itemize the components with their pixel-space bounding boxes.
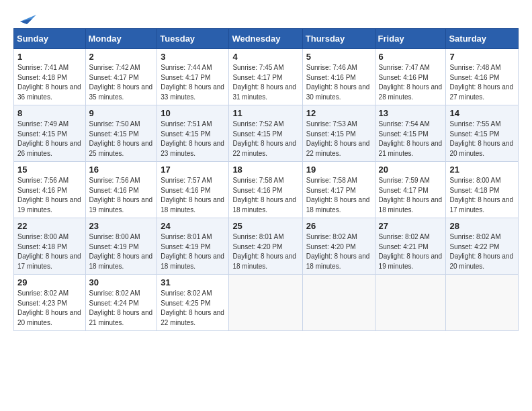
- calendar-cell: 10Sunrise: 7:51 AMSunset: 4:15 PMDayligh…: [157, 105, 229, 162]
- header: [13, 12, 519, 23]
- day-number: 30: [89, 277, 154, 287]
- calendar-cell: 14Sunrise: 7:55 AMSunset: 4:15 PMDayligh…: [446, 105, 519, 162]
- calendar-cell: [302, 275, 375, 331]
- day-info: Sunrise: 8:00 AMSunset: 4:18 PMDaylight:…: [17, 232, 82, 271]
- day-info: Sunrise: 7:56 AMSunset: 4:16 PMDaylight:…: [89, 176, 154, 215]
- day-number: 5: [306, 52, 371, 62]
- day-number: 15: [17, 165, 82, 175]
- day-number: 1: [17, 52, 82, 62]
- calendar-cell: 30Sunrise: 8:02 AMSunset: 4:24 PMDayligh…: [85, 275, 157, 331]
- weekday-header-tuesday: Tuesday: [157, 29, 229, 49]
- day-info: Sunrise: 7:41 AMSunset: 4:18 PMDaylight:…: [17, 63, 82, 102]
- day-number: 12: [306, 108, 371, 118]
- calendar-cell: 31Sunrise: 8:02 AMSunset: 4:25 PMDayligh…: [157, 275, 229, 331]
- day-number: 2: [89, 52, 154, 62]
- day-number: 8: [17, 108, 82, 118]
- day-info: Sunrise: 7:58 AMSunset: 4:17 PMDaylight:…: [306, 176, 371, 215]
- day-info: Sunrise: 7:49 AMSunset: 4:15 PMDaylight:…: [17, 120, 82, 158]
- weekday-header-thursday: Thursday: [302, 29, 375, 49]
- calendar-cell: 19Sunrise: 7:58 AMSunset: 4:17 PMDayligh…: [302, 162, 375, 218]
- logo-bird-icon: [13, 12, 36, 27]
- calendar-cell: 25Sunrise: 8:01 AMSunset: 4:20 PMDayligh…: [229, 218, 302, 275]
- calendar-cell: 28Sunrise: 8:02 AMSunset: 4:22 PMDayligh…: [446, 218, 519, 275]
- day-info: Sunrise: 8:01 AMSunset: 4:19 PMDaylight:…: [161, 232, 225, 271]
- day-number: 22: [17, 221, 82, 231]
- day-info: Sunrise: 8:02 AMSunset: 4:24 PMDaylight:…: [89, 289, 154, 328]
- day-info: Sunrise: 7:59 AMSunset: 4:17 PMDaylight:…: [379, 176, 443, 215]
- day-info: Sunrise: 7:45 AMSunset: 4:17 PMDaylight:…: [232, 63, 298, 102]
- day-info: Sunrise: 7:42 AMSunset: 4:17 PMDaylight:…: [89, 63, 154, 102]
- calendar-week-row: 15Sunrise: 7:56 AMSunset: 4:16 PMDayligh…: [14, 162, 519, 218]
- calendar-cell: 27Sunrise: 8:02 AMSunset: 4:21 PMDayligh…: [375, 218, 446, 275]
- calendar-cell: 13Sunrise: 7:54 AMSunset: 4:15 PMDayligh…: [375, 105, 446, 162]
- calendar-cell: 1Sunrise: 7:41 AMSunset: 4:18 PMDaylight…: [14, 49, 86, 105]
- calendar-cell: 7Sunrise: 7:48 AMSunset: 4:16 PMDaylight…: [446, 49, 519, 105]
- calendar-cell: 24Sunrise: 8:01 AMSunset: 4:19 PMDayligh…: [157, 218, 229, 275]
- calendar-cell: 26Sunrise: 8:02 AMSunset: 4:20 PMDayligh…: [302, 218, 375, 275]
- weekday-header-saturday: Saturday: [446, 29, 519, 49]
- day-info: Sunrise: 7:55 AMSunset: 4:15 PMDaylight:…: [449, 120, 515, 158]
- calendar-cell: [375, 275, 446, 331]
- calendar-cell: 21Sunrise: 8:00 AMSunset: 4:18 PMDayligh…: [446, 162, 519, 218]
- day-number: 29: [17, 277, 82, 287]
- day-number: 16: [89, 165, 154, 175]
- weekday-header-monday: Monday: [85, 29, 157, 49]
- weekday-header-wednesday: Wednesday: [229, 29, 302, 49]
- day-number: 18: [232, 165, 298, 175]
- calendar-cell: 6Sunrise: 7:47 AMSunset: 4:16 PMDaylight…: [375, 49, 446, 105]
- day-info: Sunrise: 7:51 AMSunset: 4:15 PMDaylight:…: [161, 120, 225, 158]
- calendar-week-row: 29Sunrise: 8:02 AMSunset: 4:23 PMDayligh…: [14, 275, 519, 331]
- calendar-cell: 29Sunrise: 8:02 AMSunset: 4:23 PMDayligh…: [14, 275, 86, 331]
- calendar-week-row: 1Sunrise: 7:41 AMSunset: 4:18 PMDaylight…: [14, 49, 519, 105]
- day-info: Sunrise: 7:50 AMSunset: 4:15 PMDaylight:…: [89, 120, 154, 158]
- calendar-cell: 15Sunrise: 7:56 AMSunset: 4:16 PMDayligh…: [14, 162, 86, 218]
- day-number: 3: [161, 52, 225, 62]
- day-info: Sunrise: 7:58 AMSunset: 4:16 PMDaylight:…: [232, 176, 298, 215]
- calendar-cell: 5Sunrise: 7:46 AMSunset: 4:16 PMDaylight…: [302, 49, 375, 105]
- calendar-cell: 2Sunrise: 7:42 AMSunset: 4:17 PMDaylight…: [85, 49, 157, 105]
- day-number: 4: [232, 52, 298, 62]
- day-number: 26: [306, 221, 371, 231]
- logo: [13, 12, 36, 23]
- calendar-cell: 9Sunrise: 7:50 AMSunset: 4:15 PMDaylight…: [85, 105, 157, 162]
- day-number: 9: [89, 108, 154, 118]
- day-info: Sunrise: 8:02 AMSunset: 4:22 PMDaylight:…: [449, 232, 515, 271]
- calendar-cell: 16Sunrise: 7:56 AMSunset: 4:16 PMDayligh…: [85, 162, 157, 218]
- page: SundayMondayTuesdayWednesdayThursdayFrid…: [0, 0, 532, 411]
- day-number: 27: [379, 221, 443, 231]
- day-number: 23: [89, 221, 154, 231]
- day-info: Sunrise: 7:53 AMSunset: 4:15 PMDaylight:…: [306, 120, 371, 158]
- day-info: Sunrise: 7:52 AMSunset: 4:15 PMDaylight:…: [232, 120, 298, 158]
- weekday-header-sunday: Sunday: [14, 29, 86, 49]
- calendar-cell: 22Sunrise: 8:00 AMSunset: 4:18 PMDayligh…: [14, 218, 86, 275]
- day-info: Sunrise: 7:57 AMSunset: 4:16 PMDaylight:…: [161, 176, 225, 215]
- calendar-cell: 18Sunrise: 7:58 AMSunset: 4:16 PMDayligh…: [229, 162, 302, 218]
- calendar-cell: 11Sunrise: 7:52 AMSunset: 4:15 PMDayligh…: [229, 105, 302, 162]
- day-number: 13: [379, 108, 443, 118]
- calendar-cell: 23Sunrise: 8:00 AMSunset: 4:19 PMDayligh…: [85, 218, 157, 275]
- day-info: Sunrise: 7:48 AMSunset: 4:16 PMDaylight:…: [449, 63, 515, 102]
- calendar-week-row: 22Sunrise: 8:00 AMSunset: 4:18 PMDayligh…: [14, 218, 519, 275]
- day-info: Sunrise: 7:56 AMSunset: 4:16 PMDaylight:…: [17, 176, 82, 215]
- day-info: Sunrise: 8:01 AMSunset: 4:20 PMDaylight:…: [232, 232, 298, 271]
- day-info: Sunrise: 7:46 AMSunset: 4:16 PMDaylight:…: [306, 63, 371, 102]
- day-info: Sunrise: 8:02 AMSunset: 4:20 PMDaylight:…: [306, 232, 371, 271]
- day-number: 14: [449, 108, 515, 118]
- day-info: Sunrise: 8:02 AMSunset: 4:23 PMDaylight:…: [17, 289, 82, 328]
- day-number: 20: [379, 165, 443, 175]
- day-info: Sunrise: 8:02 AMSunset: 4:21 PMDaylight:…: [379, 232, 443, 271]
- calendar-header-row: SundayMondayTuesdayWednesdayThursdayFrid…: [14, 29, 519, 49]
- day-number: 10: [161, 108, 225, 118]
- day-number: 7: [449, 52, 515, 62]
- logo-area: [13, 12, 36, 23]
- day-info: Sunrise: 7:47 AMSunset: 4:16 PMDaylight:…: [379, 63, 443, 102]
- day-info: Sunrise: 7:54 AMSunset: 4:15 PMDaylight:…: [379, 120, 443, 158]
- day-number: 31: [161, 277, 225, 287]
- day-number: 17: [161, 165, 225, 175]
- calendar-cell: 12Sunrise: 7:53 AMSunset: 4:15 PMDayligh…: [302, 105, 375, 162]
- day-number: 24: [161, 221, 225, 231]
- calendar-cell: 3Sunrise: 7:44 AMSunset: 4:17 PMDaylight…: [157, 49, 229, 105]
- day-number: 25: [232, 221, 298, 231]
- day-number: 21: [449, 165, 515, 175]
- day-number: 28: [449, 221, 515, 231]
